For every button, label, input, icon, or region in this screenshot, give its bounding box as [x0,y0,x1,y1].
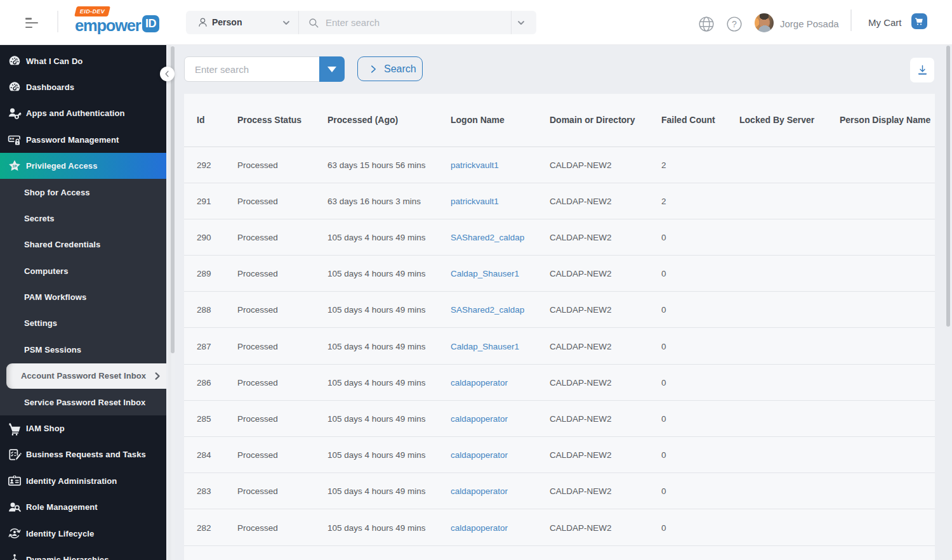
svg-text:?: ? [732,19,737,29]
svg-text:1P: 1P [12,164,17,168]
svg-text:**: ** [10,137,15,143]
